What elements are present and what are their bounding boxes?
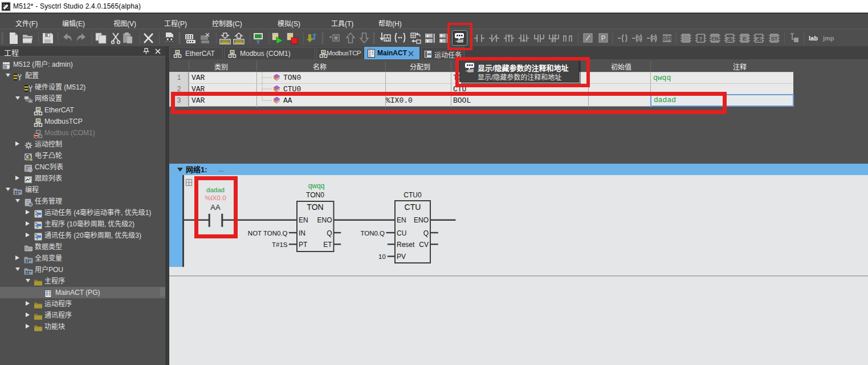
svg-text:jmp: jmp	[822, 35, 834, 42]
svg-text:Q: Q	[423, 229, 429, 237]
svg-text:PV: PV	[397, 253, 406, 261]
svg-text:10: 10	[378, 253, 386, 260]
svg-text:Reset: Reset	[397, 241, 415, 249]
svg-text:S: S	[637, 35, 641, 42]
svg-text:PT: PT	[299, 241, 308, 249]
svg-text:?: ?	[699, 35, 703, 42]
svg-text:SR: SR	[663, 35, 671, 42]
svg-text:TON: TON	[307, 202, 323, 212]
svg-text:T#1S: T#1S	[272, 241, 288, 248]
svg-text:CU: CU	[397, 229, 406, 237]
svg-text:E?: E?	[726, 35, 733, 42]
svg-text:CTU: CTU	[405, 202, 421, 212]
svg-text:EN: EN	[299, 216, 308, 224]
svg-text:NOT TON0.Q: NOT TON0.Q	[248, 230, 288, 237]
svg-text:qwqq: qwqq	[308, 182, 325, 190]
svg-text:E: E	[743, 35, 746, 42]
svg-text:R: R	[651, 35, 656, 42]
svg-text:CTU0: CTU0	[404, 191, 422, 199]
svg-text:ET: ET	[323, 241, 332, 249]
svg-text:ENO: ENO	[317, 216, 332, 224]
svg-text:lab: lab	[809, 35, 818, 42]
svg-text:TON0.Q: TON0.Q	[360, 230, 385, 237]
svg-text:ENO: ENO	[414, 216, 429, 224]
svg-text:网络1:: 网络1:	[186, 165, 207, 174]
svg-text:P: P	[601, 34, 605, 42]
svg-text:...: ...	[218, 165, 224, 173]
svg-text:EN: EN	[711, 35, 719, 42]
svg-text:E?: E?	[755, 35, 762, 42]
svg-text:Q: Q	[327, 229, 332, 237]
svg-text:TON0: TON0	[306, 191, 324, 199]
svg-text:ST: ST	[771, 35, 777, 42]
svg-text:IN: IN	[299, 229, 305, 237]
svg-text:CV: CV	[419, 241, 429, 249]
svg-text:EN: EN	[397, 216, 406, 224]
